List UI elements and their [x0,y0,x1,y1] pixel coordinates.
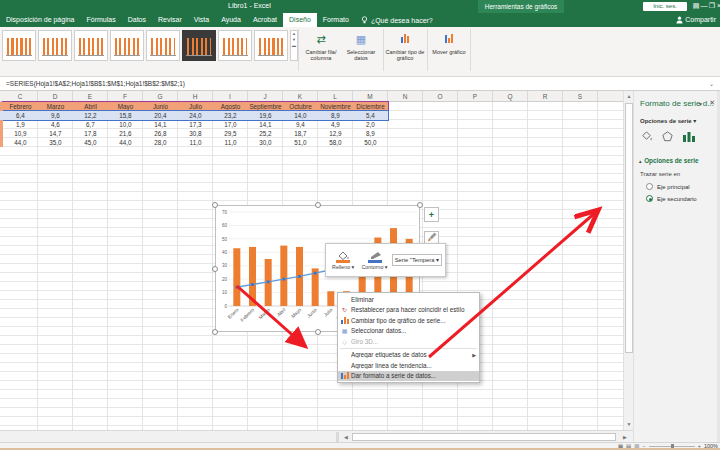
column-header-M[interactable]: M [353,91,388,101]
data-cell[interactable]: 25,2 [248,129,283,138]
data-cell[interactable]: 4,9 [318,120,353,129]
month-cell[interactable]: Abril [73,102,108,111]
data-cell[interactable]: 35,0 [38,138,73,147]
data-cell[interactable]: 44,0 [3,138,38,147]
column-header-G[interactable]: G [143,91,178,101]
data-cell[interactable]: 12,9 [318,129,353,138]
column-header-F[interactable]: F [108,91,143,101]
data-cell[interactable]: 8,9 [318,111,353,120]
selected-series-row[interactable]: 6,49,612,215,820,424,023,219,614,08,95,4 [3,111,388,120]
column-header-E[interactable]: E [73,91,108,101]
series-options-section-header[interactable]: ▲ Opciones de serie [638,157,698,164]
column-header-I[interactable]: I [213,91,248,101]
chart-selection-handle[interactable] [315,329,321,335]
column-header-N[interactable]: N [388,91,423,101]
tab-datos[interactable]: Datos [122,13,152,27]
chart-style-thumbnail[interactable] [110,30,144,61]
minimize-icon[interactable]: — [700,2,708,9]
chart-selection-handle[interactable] [212,329,218,335]
tab-revisar[interactable]: Revisar [152,13,188,27]
vertical-scrollbar[interactable]: ▲ ▼ [623,91,633,430]
tab-ayuda[interactable]: Ayuda [215,13,247,27]
data-cell[interactable]: 30,8 [178,129,213,138]
series-options-icon[interactable] [682,129,696,147]
data-cell[interactable]: 18,7 [283,129,318,138]
data-cell[interactable]: 17,0 [213,120,248,129]
data-cell[interactable]: 12,2 [73,111,108,120]
chart-elements-button[interactable]: + [424,207,439,222]
outline-button[interactable]: Contorno ▾ [360,251,388,270]
chart-style-thumbnail[interactable] [182,30,216,61]
chart-style-thumbnail[interactable] [2,30,36,61]
month-cell[interactable]: Junio [143,102,178,111]
column-header-P[interactable]: P [458,91,493,101]
data-cell[interactable]: 14,7 [38,129,73,138]
data-cell[interactable]: 20,4 [143,111,178,120]
move-chart-button[interactable]: Mover gráfico [429,30,469,55]
select-data-button[interactable]: ▦ Seleccionar datos [341,30,381,62]
data-cell[interactable]: 10,9 [3,129,38,138]
scroll-right-icon[interactable]: ▶ [620,432,630,442]
data-cell[interactable]: 28,0 [143,138,178,147]
data-cell[interactable]: 51,0 [283,138,318,147]
zoom-slider[interactable] [649,446,695,447]
change-chart-type-button[interactable]: Cambiar tipo de gráfico [385,30,425,62]
fill-button[interactable]: Relleno ▾ [329,251,357,270]
column-header-O[interactable]: O [423,91,458,101]
data-cell[interactable]: 5,4 [353,111,388,120]
series-options-dropdown[interactable]: Opciones de serie ▾ [640,117,696,124]
data-cell[interactable]: 30,0 [248,138,283,147]
month-cell[interactable]: Mayo [108,102,143,111]
menu-item-restablecer-para-hacer-coincidir-el-estilo[interactable]: ↻Restablecer para hacer coincidir el est… [338,305,479,316]
data-cell[interactable]: 19,6 [248,111,283,120]
data-cell[interactable]: 2,0 [353,120,388,129]
gallery-scroll-buttons[interactable]: ▲▼▬ [290,30,298,61]
close-icon[interactable]: × [715,2,720,9]
data-cell[interactable]: 17,8 [73,129,108,138]
scrollbar-splitter[interactable] [336,432,339,442]
column-header-K[interactable]: K [283,91,318,101]
data-cell[interactable]: 11,0 [213,138,248,147]
menu-item-seleccionar-datos[interactable]: ▦Seleccionar datos... [338,326,479,337]
data-cell[interactable]: 4,6 [38,120,73,129]
data-cell[interactable]: 29,5 [213,129,248,138]
month-cell[interactable]: Septiembre [248,102,283,111]
scroll-left-icon[interactable]: ◀ [341,432,351,442]
tab-formato[interactable]: Formato [317,13,355,27]
data-cell[interactable]: 8,9 [353,129,388,138]
formula-bar[interactable]: =SERIES(Hoja1!$A$2;Hoja1!$B$1:$M$1;Hoja1… [0,77,720,91]
horizontal-scroll-thumb[interactable] [352,433,616,441]
chart-style-thumbnail[interactable] [38,30,72,61]
month-header-row[interactable]: FebreroMarzoAbrilMayoJunioJulioAgostoSep… [3,102,388,111]
column-header-Q[interactable]: Q [493,91,528,101]
ribbon-display-options-icon[interactable]: ▤ [692,2,700,10]
column-header-H[interactable]: H [178,91,213,101]
data-cell[interactable]: 58,0 [318,138,353,147]
data-cell[interactable]: 45,0 [73,138,108,147]
menu-item-dar-formato-a-serie-de-datos[interactable]: Dar formato a serie de datos... [338,371,479,382]
data-cell[interactable]: 1,9 [3,120,38,129]
formula-bar-expand-icon[interactable]: ⌄ [709,80,714,87]
tab-vista[interactable]: Vista [188,13,215,27]
column-header-D[interactable]: D [38,91,73,101]
data-cell[interactable]: 14,1 [143,120,178,129]
pane-close-icon[interactable]: ✕ [709,99,715,107]
chart-selection-handle[interactable] [212,266,218,272]
menu-item-cambiar-tipo-de-gráfico-de-serie[interactable]: Cambiar tipo de gráfico de serie... [338,315,479,326]
tab-dise-o[interactable]: Diseño [283,13,317,27]
data-cell[interactable]: 26,8 [143,129,178,138]
data-row[interactable]: 1,94,66,710,014,117,317,014,19,44,92,0 [3,120,388,129]
share-button[interactable]: Compartir [676,13,716,27]
chart-selection-handle[interactable] [212,202,218,208]
month-cell[interactable]: Marzo [38,102,73,111]
data-cell[interactable]: 6,4 [3,111,38,120]
column-header-S[interactable]: S [563,91,598,101]
menu-item-eliminar[interactable]: Eliminar [338,294,479,305]
chart-style-thumbnail[interactable] [254,30,288,61]
data-cell[interactable]: 14,0 [283,111,318,120]
data-cell[interactable]: 50,0 [353,138,388,147]
column-header-L[interactable]: L [318,91,353,101]
tab-f-rmulas[interactable]: Fórmulas [81,13,122,27]
column-header-R[interactable]: R [528,91,563,101]
data-cell[interactable]: 9,4 [283,120,318,129]
